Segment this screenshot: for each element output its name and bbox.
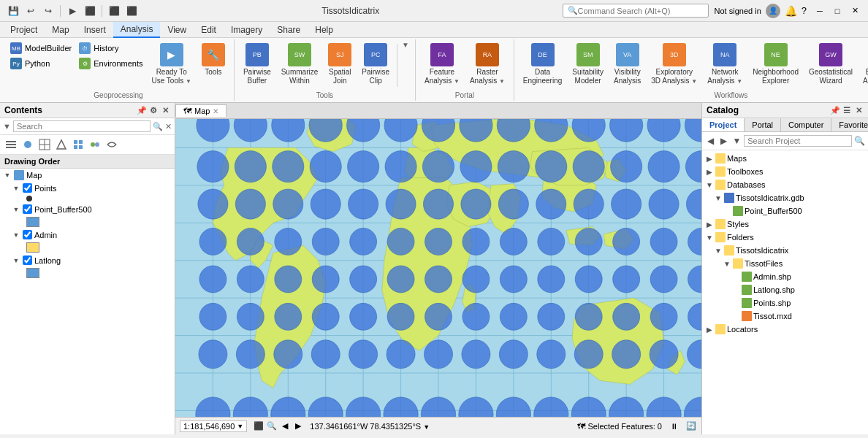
menu-project[interactable]: Project <box>3 22 45 38</box>
menu-share[interactable]: Share <box>270 22 308 38</box>
tissotsgdb-expand[interactable]: ▼ <box>714 194 723 202</box>
qa-icon3[interactable]: ⬛ <box>107 4 121 18</box>
tree-item-admin-shp[interactable]: Admin.shp <box>702 270 868 283</box>
neighborhood-button[interactable]: NE NeighborhoodExplorer <box>748 41 803 88</box>
tree-item-tissot-mxd[interactable]: Tissot.mxd <box>702 310 868 323</box>
pairwise-clip-button[interactable]: PC PairwiseClip <box>357 41 394 88</box>
minimize-button[interactable]: ─ <box>812 4 827 18</box>
command-search-input[interactable] <box>578 7 695 15</box>
qa-icon4[interactable]: ⬛ <box>124 4 139 18</box>
geostatistical-button[interactable]: GW GeostatisticalWizard <box>804 41 857 88</box>
layer-btn-4[interactable] <box>53 137 69 153</box>
toolboxes-expand[interactable]: ▶ <box>705 168 714 176</box>
points-expand-icon[interactable]: ▼ <box>12 184 20 193</box>
tools-collapse[interactable]: ▼ <box>400 41 411 49</box>
catalog-forward-icon[interactable]: ▶ <box>718 134 730 148</box>
tissot-files-expand[interactable]: ▼ <box>723 260 731 268</box>
stop-btn[interactable]: ⬛ <box>83 4 97 18</box>
tree-item-latlong-shp[interactable]: Latlong.shp <box>702 283 868 296</box>
zoom-extent-icon[interactable]: ⬛ <box>253 420 264 432</box>
spatial-join-button[interactable]: SJ SpatialJoin <box>324 41 356 88</box>
latlong-checkbox[interactable] <box>23 256 32 265</box>
pairwise-buffer-button[interactable]: PB PairwiseBuffer <box>239 41 275 88</box>
help-icon[interactable]: ? <box>802 5 807 16</box>
maximize-button[interactable]: □ <box>830 4 845 18</box>
tree-item-tissot-files[interactable]: ▼ TissotFiles <box>702 257 868 270</box>
tree-item-toolboxes[interactable]: ▶ Toolboxes <box>702 165 868 178</box>
catalog-filter-icon[interactable]: ▼ <box>731 134 743 148</box>
run-btn[interactable]: ▶ <box>65 4 80 18</box>
ready-to-use-button[interactable]: ▶ Ready ToUse Tools ▼ <box>147 41 195 88</box>
buffer-checkbox[interactable] <box>23 204 32 214</box>
command-search[interactable]: 🔍 <box>563 4 709 18</box>
tree-item-styles[interactable]: ▶ Styles <box>702 218 868 231</box>
admin-expand-icon[interactable]: ▼ <box>12 231 20 239</box>
layer-item-points[interactable]: ▼ Points <box>0 182 175 194</box>
locators-expand[interactable]: ▶ <box>705 326 714 334</box>
catalog-tab-computer[interactable]: Computer <box>781 118 831 131</box>
maps-expand[interactable]: ▶ <box>705 155 714 163</box>
styles-expand[interactable]: ▶ <box>705 220 714 228</box>
map-tab[interactable]: 🗺 Map ✕ <box>175 104 226 117</box>
save-btn[interactable]: 💾 <box>6 4 20 18</box>
catalog-search-btn[interactable]: 🔍 <box>853 134 865 148</box>
tree-item-tissots-folder[interactable]: ▼ TissotsIdicatrix <box>702 244 868 257</box>
map-expand-icon[interactable]: ▼ <box>3 171 12 180</box>
menu-map[interactable]: Map <box>45 22 76 38</box>
latlong-expand-icon[interactable]: ▼ <box>12 256 20 265</box>
layer-item-buffer[interactable]: ▼ Point_Buffer500 <box>0 203 175 215</box>
user-avatar[interactable]: 👤 <box>766 4 780 18</box>
menu-insert[interactable]: Insert <box>77 22 113 38</box>
contents-search-input[interactable] <box>13 120 151 132</box>
coords-dropdown[interactable]: ▼ <box>423 423 430 431</box>
catalog-back-icon[interactable]: ◀ <box>705 134 717 148</box>
layer-btn-5[interactable] <box>70 137 86 153</box>
layer-btn-1[interactable] <box>3 137 19 153</box>
catalog-search-bar[interactable] <box>744 135 852 147</box>
search-go-icon[interactable]: 🔍 <box>153 122 163 131</box>
layer-btn-2[interactable] <box>20 137 36 153</box>
menu-view[interactable]: View <box>160 22 194 38</box>
scale-control[interactable]: 1:181,546,690 ▼ <box>180 420 247 432</box>
search-clear-icon[interactable]: ✕ <box>165 122 172 131</box>
tree-item-tissotsgdb[interactable]: ▼ TissotsIdicatrix.gdb <box>702 191 868 204</box>
exploratory-button[interactable]: 3D Exploratory3D Analysis ▼ <box>647 41 701 88</box>
menu-help[interactable]: Help <box>308 22 340 38</box>
catalog-search-input[interactable] <box>745 136 851 146</box>
layer-btn-7[interactable] <box>104 137 120 153</box>
catalog-tab-favorites[interactable]: Favorites <box>831 118 868 131</box>
buffer-expand-icon[interactable]: ▼ <box>12 205 20 214</box>
tree-item-maps[interactable]: ▶ Maps <box>702 152 868 165</box>
notification-icon[interactable]: 🔔 <box>785 5 797 17</box>
raster-analysis-button[interactable]: RA RasterAnalysis ▼ <box>465 41 509 88</box>
feature-analysis-button[interactable]: FA FeatureAnalysis ▼ <box>420 41 464 88</box>
close-button[interactable]: ✕ <box>848 4 862 18</box>
tree-item-point-buffer[interactable]: Point_Buffer500 <box>702 204 868 218</box>
environments-button[interactable]: ⚙ Environments <box>76 56 145 71</box>
catalog-tab-portal[interactable]: Portal <box>745 118 781 131</box>
contents-settings[interactable]: ⚙ <box>148 105 159 115</box>
map-tab-close[interactable]: ✕ <box>213 107 218 115</box>
python-button[interactable]: Py Python <box>7 56 75 71</box>
refresh-icon[interactable]: 🔄 <box>685 420 697 432</box>
menu-imagery[interactable]: Imagery <box>224 22 270 38</box>
layer-item-latlong[interactable]: ▼ Latlong <box>0 254 175 266</box>
tools-button[interactable]: 🔧 Tools <box>197 41 229 79</box>
tree-item-folders[interactable]: ▼ Folders <box>702 231 868 244</box>
databases-expand[interactable]: ▼ <box>705 181 714 189</box>
map-view[interactable] <box>175 119 701 417</box>
points-checkbox[interactable] <box>23 183 32 193</box>
layer-btn-3[interactable] <box>37 137 53 153</box>
tree-item-points-shp[interactable]: Points.shp <box>702 296 868 310</box>
catalog-close[interactable]: ✕ <box>853 105 864 115</box>
redo-btn[interactable]: ↪ <box>41 4 56 18</box>
pause-icon[interactable]: ⏸ <box>668 420 679 432</box>
contents-pin[interactable]: 📌 <box>137 105 147 115</box>
business-button[interactable]: BA BusinessAnalysis ▼ <box>859 41 868 88</box>
catalog-pin[interactable]: 📌 <box>830 105 840 115</box>
modelbuilder-button[interactable]: MB ModelBuilder <box>7 41 75 55</box>
catalog-tab-project[interactable]: Project <box>702 118 745 131</box>
suitability-button[interactable]: SM SuitabilityModeler <box>568 41 608 88</box>
admin-checkbox[interactable] <box>23 230 32 239</box>
tissots-folder-expand[interactable]: ▼ <box>714 247 723 255</box>
